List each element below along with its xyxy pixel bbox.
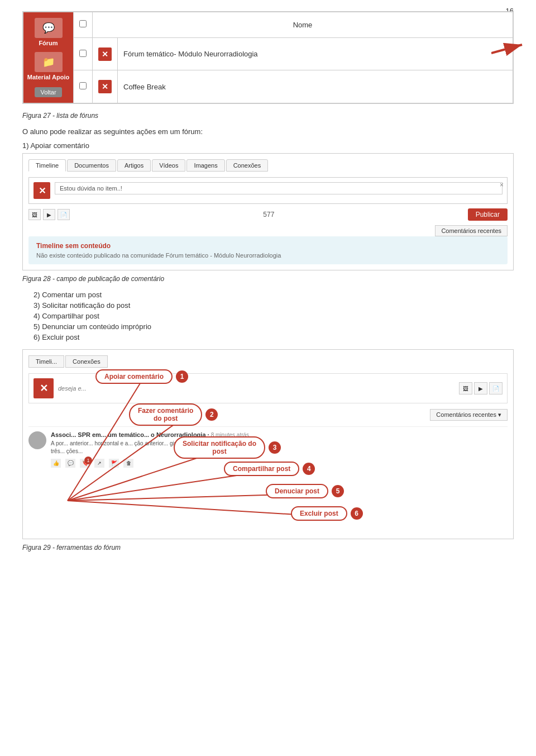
char-count: 577 [263, 211, 274, 218]
callout-3: Solicitar notificação dopost 3 [174, 436, 281, 459]
flag-icon[interactable]: 🚩 [109, 459, 119, 468]
fig28-caption: Figura 28 - campo de publicação de comen… [22, 275, 514, 283]
timeline-empty-title: Timeline sem conteúdo [36, 242, 500, 250]
delete-icon[interactable]: 🗑 [123, 459, 133, 468]
figure-29-box: Timeli... Conexões ✕ deseja e... 🖼 ▶ 📄 C… [22, 349, 514, 539]
fig29-tabs: Timeli... Conexões [28, 355, 508, 368]
callout-6: Excluir post 6 [291, 506, 363, 521]
tab-videos[interactable]: Vídeos [152, 159, 185, 172]
fig27-caption: Figura 27 - lista de fóruns [22, 112, 514, 120]
callout-1: Apoiar comentário 1 [95, 369, 188, 384]
post-footer: 🖼 ▶ 📄 577 Publicar [28, 208, 508, 221]
fig29-media-icons: 🖼 ▶ 📄 [459, 382, 502, 394]
fig29-tab-conexoes[interactable]: Conexões [65, 355, 108, 368]
figure-29-wrapper: Timeli... Conexões ✕ deseja e... 🖼 ▶ 📄 C… [22, 349, 514, 539]
callout-2: Fazer comentáriodo post 2 [129, 403, 218, 426]
material-menu-item[interactable]: 📁 Material Apoio [27, 52, 70, 80]
fig29-comments-btn[interactable]: Comentários recentes ▾ [430, 409, 508, 421]
row2-name: Coffee Break [118, 70, 513, 103]
fig29-x-icon: ✕ [34, 378, 54, 398]
table-header-nome: Nome [93, 12, 513, 38]
fig29-doc-btn[interactable]: 📄 [489, 382, 502, 394]
fig29-vid-btn[interactable]: ▶ [474, 382, 487, 394]
list-item-2: 2) Comentar um post [34, 291, 514, 299]
fig29-tab-timeline[interactable]: Timeli... [28, 355, 64, 368]
video-media-btn[interactable]: ▶ [43, 209, 55, 220]
forum-menu-item[interactable]: 💬 Fórum [27, 18, 70, 46]
header-checkbox[interactable] [79, 20, 87, 27]
figure-27-box: 💬 Fórum 📁 Material Apoio Voltar [22, 11, 514, 104]
fig29-comments-row: Comentários recentes ▾ [28, 409, 508, 421]
section-apoiar: 1) Apoiar comentário [22, 141, 514, 150]
tabs-bar: Timeline Documentos Artigos Vídeos Image… [28, 159, 508, 172]
fig29-caption: Figura 29 - ferramentas do fórum [22, 544, 514, 551]
post-text-input[interactable] [55, 182, 502, 194]
timeline-empty-text: Não existe conteúdo publicado na comunid… [36, 252, 500, 259]
row2-x-icon: ✕ [98, 80, 112, 93]
comment-icon[interactable]: 💬 [65, 459, 75, 468]
list-item-4: 4) Compartilhar post [34, 312, 514, 320]
publish-button[interactable]: Publicar [468, 208, 508, 221]
share-icon[interactable]: ↗ [94, 459, 104, 468]
timeline-empty-box: Timeline sem conteúdo Não existe conteúd… [28, 236, 508, 264]
tab-documentos[interactable]: Documentos [67, 159, 116, 172]
row1-name: Fórum temático- Módulo Neurorradiologia [118, 37, 513, 70]
tab-conexoes[interactable]: Conexões [226, 159, 269, 172]
red-arrow [491, 39, 530, 69]
row2-checkbox[interactable] [79, 82, 87, 89]
callout-4: Compartilhar post 4 [224, 462, 315, 476]
like-icon[interactable]: 👍 [51, 459, 61, 468]
tab-artigos[interactable]: Artigos [117, 159, 151, 172]
fig29-avatar [28, 431, 46, 449]
fig29-img-btn[interactable]: 🖼 [459, 382, 472, 394]
doc-media-btn[interactable]: 📄 [58, 209, 70, 220]
action-list: 2) Comentar um post 3) Solicitar notific… [34, 291, 514, 341]
body-text-1: O aluno pode realizar as seguintes ações… [22, 127, 514, 136]
svg-line-1 [491, 45, 522, 53]
voltar-button[interactable]: Voltar [35, 87, 61, 97]
post-input-area: ✕ × [28, 177, 508, 204]
list-item-6: 6) Excluir post [34, 333, 514, 341]
media-icons: 🖼 ▶ 📄 [28, 209, 70, 220]
callout-5: Denuciar post 5 [266, 484, 344, 498]
close-button[interactable]: × [500, 181, 504, 189]
tab-timeline[interactable]: Timeline [28, 159, 66, 172]
svg-line-7 [68, 501, 324, 516]
list-item-3: 3) Solicitar notificação do post [34, 301, 514, 310]
comments-dropdown[interactable]: Comentários recentes [435, 225, 508, 236]
fig29-post-placeholder: deseja e... [58, 385, 454, 392]
badge-count: 1 [84, 457, 92, 464]
tab-imagens[interactable]: Imagens [186, 159, 224, 172]
figure-28-box: Timeline Documentos Artigos Vídeos Image… [22, 153, 514, 270]
list-item-5: 5) Denunciar um conteúdo impróprio [34, 322, 514, 331]
post-x-icon: ✕ [34, 182, 50, 199]
row1-checkbox[interactable] [79, 50, 87, 57]
image-media-btn[interactable]: 🖼 [28, 209, 41, 220]
row1-x-icon: ✕ [98, 47, 112, 61]
